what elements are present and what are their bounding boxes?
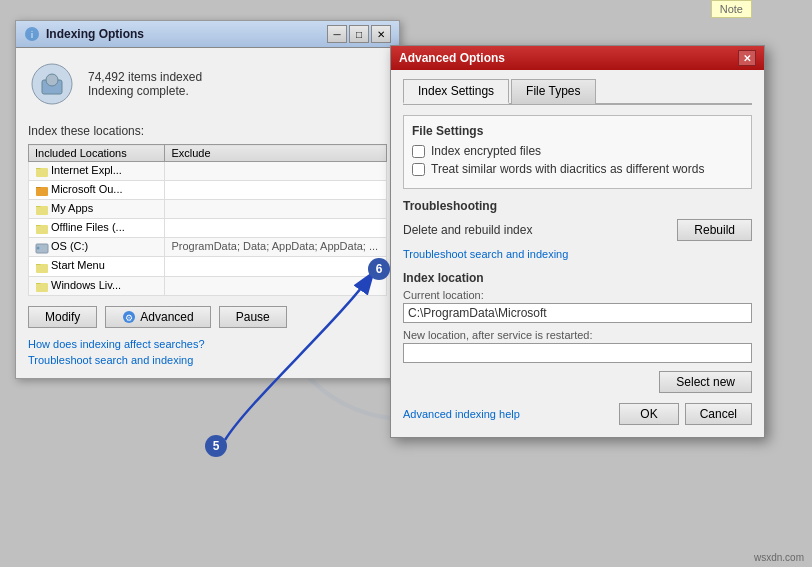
troubleshoot-search-link[interactable]: Troubleshoot search and indexing bbox=[403, 248, 568, 260]
svg-point-7 bbox=[46, 74, 58, 86]
advanced-options-dialog: Advanced Options ✕ Index Settings File T… bbox=[390, 45, 765, 438]
current-location-label: Current location: bbox=[403, 289, 752, 301]
advanced-dialog-title: Advanced Options bbox=[399, 51, 505, 65]
checkbox-encrypted-label: Index encrypted files bbox=[431, 144, 541, 158]
new-location-row: Select new bbox=[403, 371, 752, 393]
svg-rect-8 bbox=[36, 168, 48, 177]
col-included: Included Locations bbox=[29, 145, 165, 162]
window-controls: ─ □ ✕ bbox=[327, 25, 391, 43]
bottom-links: How does indexing affect searches? Troub… bbox=[28, 338, 387, 366]
table-row: Start Menu bbox=[29, 257, 387, 276]
checkbox-diacritics-label: Treat similar words with diacritics as d… bbox=[431, 162, 704, 176]
index-location-title: Index location bbox=[403, 271, 752, 285]
rebuild-row: Delete and rebuild index Rebuild bbox=[403, 219, 752, 241]
ok-cancel-buttons: OK Cancel bbox=[619, 403, 752, 425]
cancel-button[interactable]: Cancel bbox=[685, 403, 752, 425]
index-location-section: Index location Current location: C:\Prog… bbox=[403, 271, 752, 393]
table-row: OS (C:)ProgramData; Data; AppData; AppDa… bbox=[29, 238, 387, 257]
advanced-close-button[interactable]: ✕ bbox=[738, 50, 756, 66]
file-settings-title: File Settings bbox=[412, 124, 743, 138]
modify-button[interactable]: Modify bbox=[28, 306, 97, 328]
advanced-dialog-body: Index Settings File Types File Settings … bbox=[391, 70, 764, 437]
minimize-button[interactable]: ─ bbox=[327, 25, 347, 43]
indexing-window-body: 74,492 items indexed Indexing complete. … bbox=[16, 48, 399, 378]
table-row: Microsoft Ou... bbox=[29, 181, 387, 200]
rebuild-button[interactable]: Rebuild bbox=[677, 219, 752, 241]
svg-text:i: i bbox=[31, 30, 33, 40]
checkbox-encrypted[interactable] bbox=[412, 145, 425, 158]
checkbox-row-diacritics: Treat similar words with diacritics as d… bbox=[412, 162, 743, 176]
indexing-header: 74,492 items indexed Indexing complete. bbox=[28, 60, 387, 108]
advanced-icon: ⚙ bbox=[122, 310, 136, 324]
svg-rect-15 bbox=[36, 283, 48, 292]
indexing-icon-small: i bbox=[24, 26, 40, 42]
index-locations-label: Index these locations: bbox=[28, 124, 387, 138]
new-location-input[interactable] bbox=[403, 343, 752, 363]
wsxdn-watermark: wsxdn.com bbox=[754, 552, 804, 563]
indexing-options-window: i Indexing Options ─ □ ✕ 74,492 items in… bbox=[15, 20, 400, 379]
step5-badge: 5 bbox=[205, 435, 227, 457]
indexing-titlebar: i Indexing Options ─ □ ✕ bbox=[16, 21, 399, 48]
titlebar-left: i Indexing Options bbox=[24, 26, 144, 42]
svg-rect-11 bbox=[36, 225, 48, 234]
troubleshooting-section: Troubleshooting Delete and rebuild index… bbox=[403, 199, 752, 261]
how-indexing-link[interactable]: How does indexing affect searches? bbox=[28, 338, 387, 350]
pause-button[interactable]: Pause bbox=[219, 306, 287, 328]
locations-table: Included Locations Exclude Internet Expl… bbox=[28, 144, 387, 296]
items-indexed-count: 74,492 items indexed bbox=[88, 70, 202, 84]
indexing-status: 74,492 items indexed Indexing complete. bbox=[88, 70, 202, 98]
bottom-buttons: Modify ⚙ Advanced Pause bbox=[28, 306, 387, 328]
current-location-value: C:\ProgramData\Microsoft bbox=[403, 303, 752, 323]
table-row: My Apps bbox=[29, 200, 387, 219]
table-row: Offline Files (... bbox=[29, 219, 387, 238]
new-location-label: New location, after service is restarted… bbox=[403, 329, 752, 341]
indexing-large-icon bbox=[28, 60, 76, 108]
rebuild-label: Delete and rebuild index bbox=[403, 223, 532, 237]
svg-text:⚙: ⚙ bbox=[125, 313, 133, 323]
troubleshoot-link-main[interactable]: Troubleshoot search and indexing bbox=[28, 354, 387, 366]
advanced-footer: Advanced indexing help OK Cancel bbox=[403, 403, 752, 425]
table-row: Internet Expl... bbox=[29, 162, 387, 181]
indexing-complete-text: Indexing complete. bbox=[88, 84, 202, 98]
checkbox-row-encrypted: Index encrypted files bbox=[412, 144, 743, 158]
advanced-tab-bar: Index Settings File Types bbox=[403, 78, 752, 105]
select-new-button[interactable]: Select new bbox=[659, 371, 752, 393]
svg-rect-10 bbox=[36, 206, 48, 215]
ok-button[interactable]: OK bbox=[619, 403, 678, 425]
svg-rect-14 bbox=[36, 264, 48, 273]
checkbox-diacritics[interactable] bbox=[412, 163, 425, 176]
advanced-indexing-help-link[interactable]: Advanced indexing help bbox=[403, 408, 520, 420]
restore-button[interactable]: □ bbox=[349, 25, 369, 43]
tab-index-settings[interactable]: Index Settings bbox=[403, 79, 509, 104]
step6-badge: 6 bbox=[368, 258, 390, 280]
col-exclude: Exclude bbox=[165, 145, 387, 162]
svg-rect-9 bbox=[36, 187, 48, 196]
troubleshooting-title: Troubleshooting bbox=[403, 199, 752, 213]
note-tab: Note bbox=[711, 0, 752, 18]
table-row: Windows Liv... bbox=[29, 276, 387, 295]
advanced-button[interactable]: ⚙ Advanced bbox=[105, 306, 210, 328]
svg-point-13 bbox=[37, 247, 40, 250]
close-button[interactable]: ✕ bbox=[371, 25, 391, 43]
file-settings-group: File Settings Index encrypted files Trea… bbox=[403, 115, 752, 189]
tab-file-types[interactable]: File Types bbox=[511, 79, 595, 104]
indexing-window-title: Indexing Options bbox=[46, 27, 144, 41]
advanced-dialog-titlebar: Advanced Options ✕ bbox=[391, 46, 764, 70]
note-tab-label: Note bbox=[720, 3, 743, 15]
